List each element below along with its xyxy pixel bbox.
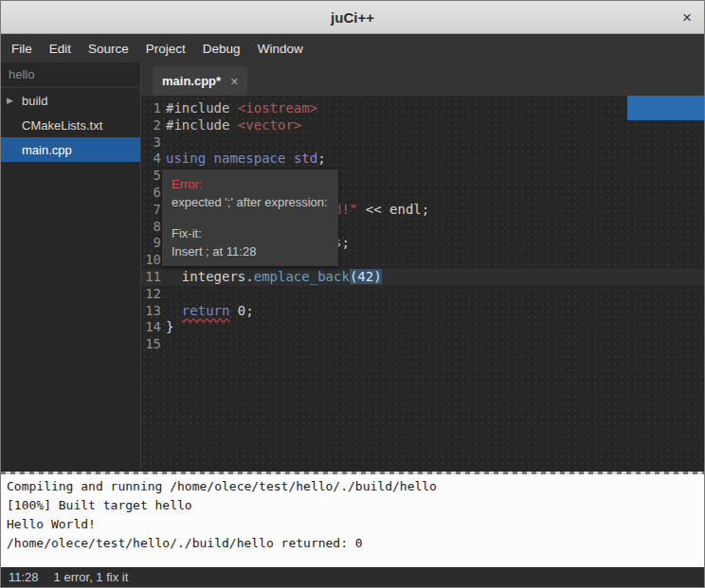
app-window: juCi++ × FileEditSourceProjectDebugWindo… — [0, 0, 705, 588]
menu-debug[interactable]: Debug — [194, 34, 249, 62]
window-title: juCi++ — [331, 9, 374, 26]
menu-file[interactable]: File — [3, 34, 41, 62]
line-number: 1 — [141, 100, 161, 117]
line-number: 9 — [141, 235, 161, 252]
line-number: 15 — [141, 336, 161, 353]
tooltip-fixit-label: Fix-it: — [172, 224, 329, 242]
tab-label: main.cpp* — [162, 74, 221, 88]
code-text — [161, 286, 166, 303]
cursor-position: 11:28 — [9, 570, 39, 584]
menu-project[interactable]: Project — [137, 34, 194, 62]
terminal-line: Compiling and running /home/olece/test/h… — [7, 477, 704, 496]
diagnostic-tooltip: Error: expected ';' after expression: Fi… — [162, 169, 338, 266]
line-number: 10 — [141, 252, 161, 269]
file-tree-item-label: build — [22, 94, 47, 108]
terminal-line: Hello World! — [7, 515, 704, 534]
file-tree-panel: hello ▶buildCMakeLists.txtmain.cpp — [1, 62, 141, 470]
file-tree-item-main-cpp[interactable]: main.cpp — [1, 137, 140, 162]
code-text: using namespace std; — [161, 151, 326, 168]
line-number: 13 — [141, 303, 161, 320]
line-number: 3 — [141, 134, 161, 151]
terminal-output[interactable]: Compiling and running /home/olece/test/h… — [1, 474, 704, 569]
expander-icon[interactable]: ▶ — [7, 96, 22, 105]
line-number: 8 — [141, 219, 161, 236]
code-line-1[interactable]: 1#include <iostream> — [141, 100, 704, 117]
tabbar: main.cpp* × — [141, 62, 704, 96]
file-tree-item-build[interactable]: ▶build — [1, 88, 140, 113]
line-number: 7 — [141, 202, 161, 219]
line-number: 12 — [141, 286, 161, 303]
code-editor[interactable]: 1#include <iostream>2#include <vector>34… — [141, 96, 704, 470]
menubar: FileEditSourceProjectDebugWindow — [1, 34, 704, 62]
menu-source[interactable]: Source — [80, 34, 137, 62]
menu-edit[interactable]: Edit — [41, 34, 80, 62]
tab-close-icon[interactable]: × — [230, 75, 238, 88]
terminal-line: [100%] Built target hello — [7, 496, 704, 515]
line-number: 2 — [141, 117, 161, 134]
diagnostics-status: 1 error, 1 fix it — [54, 570, 129, 584]
code-text: return 0; — [161, 303, 254, 320]
code-text: #include <iostream> — [161, 100, 317, 117]
tab-main-cpp[interactable]: main.cpp* × — [153, 66, 247, 96]
code-line-11[interactable]: 11 integers.emplace_back(42) — [141, 269, 704, 286]
line-number: 6 — [141, 185, 161, 202]
code-text — [161, 134, 166, 151]
code-line-4[interactable]: 4using namespace std; — [141, 151, 704, 168]
scrollbar-thumb[interactable] — [627, 96, 704, 120]
file-tree: ▶buildCMakeLists.txtmain.cpp — [1, 88, 140, 162]
code-line-2[interactable]: 2#include <vector> — [141, 117, 704, 134]
window-close-icon[interactable]: × — [682, 9, 692, 26]
code-text — [161, 336, 166, 353]
file-tree-item-label: main.cpp — [22, 143, 72, 157]
tooltip-fixit-message: Insert ; at 11:28 — [172, 242, 329, 260]
terminal-line: /home/olece/test/hello/./build/hello ret… — [7, 534, 704, 553]
code-text: integers.emplace_back(42) — [161, 269, 382, 286]
line-number: 14 — [141, 319, 161, 336]
titlebar[interactable]: juCi++ × — [1, 1, 704, 34]
line-number: 4 — [141, 151, 161, 168]
code-text: #include <vector> — [161, 117, 301, 134]
code-text: } — [161, 319, 173, 336]
tooltip-error-message: expected ';' after expression: — [172, 193, 329, 211]
menu-window[interactable]: Window — [249, 34, 312, 62]
code-line-13[interactable]: 13 return 0; — [141, 303, 704, 320]
tooltip-error-label: Error: — [172, 175, 329, 193]
file-tree-item-label: CMakeLists.txt — [22, 118, 102, 133]
line-number: 11 — [141, 269, 161, 286]
code-line-12[interactable]: 12 — [141, 286, 704, 303]
project-name: hello — [1, 62, 140, 88]
statusbar: 11:28 1 error, 1 fix it — [1, 567, 704, 587]
code-line-14[interactable]: 14} — [141, 319, 704, 336]
file-tree-item-cmakelists-txt[interactable]: CMakeLists.txt — [1, 113, 140, 137]
code-line-15[interactable]: 15 — [141, 336, 704, 353]
code-line-3[interactable]: 3 — [141, 134, 704, 151]
line-number: 5 — [141, 168, 161, 185]
